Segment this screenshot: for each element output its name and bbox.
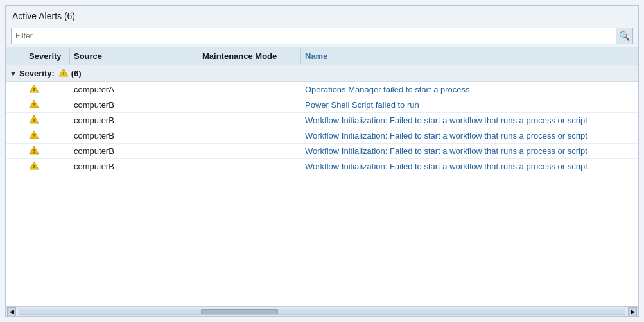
svg-text:!: ! [33,102,35,108]
warning-icon: ! [29,161,39,172]
cell-severity: ! [6,159,70,174]
table-body: ▼ Severity: ! (6) ! computerAOperations … [6,65,638,306]
search-bar-inner: 🔍 [11,28,633,44]
warning-icon: ! [29,146,39,157]
svg-text:!: ! [33,164,35,169]
cell-name[interactable]: Power Shell Script failed to run [301,98,638,112]
table-row[interactable]: ! computerBWorkflow Initialization: Fail… [6,159,638,174]
group-expand-arrow[interactable]: ▼ [10,70,17,78]
cell-maintenance [198,134,301,138]
warning-icon: ! [29,115,39,126]
horizontal-scrollbar[interactable]: ◀ ▶ [6,306,638,316]
scrollbar-track[interactable] [19,309,625,315]
warning-icon: ! [29,99,39,110]
table-row[interactable]: ! computerBWorkflow Initialization: Fail… [6,128,638,144]
col-header-severity[interactable]: Severity [6,49,70,64]
cell-name[interactable]: Workflow Initialization: Failed to start… [301,114,638,127]
cell-source: computerB [70,114,198,127]
cell-severity: ! [6,97,70,112]
cell-name[interactable]: Workflow Initialization: Failed to start… [301,160,638,173]
cell-name[interactable]: Workflow Initialization: Failed to start… [301,144,638,158]
data-rows-container: ! computerAOperations Manager failed to … [6,82,638,174]
search-icon[interactable]: 🔍 [616,28,632,44]
cell-source: computerB [70,160,198,173]
scrollbar-left-arrow[interactable]: ◀ [7,307,16,316]
cell-source: computerB [70,98,198,112]
svg-text:!: ! [33,148,35,154]
warning-icon: ! [29,84,39,95]
cell-name[interactable]: Operations Manager failed to start a pro… [301,83,638,96]
cell-source: computerA [70,83,198,96]
search-bar-container: 🔍 [6,25,638,47]
cell-severity: ! [6,82,70,97]
cell-maintenance [198,119,301,123]
cell-name[interactable]: Workflow Initialization: Failed to start… [301,129,638,142]
group-label: Severity: [19,69,55,78]
table-row[interactable]: ! computerBWorkflow Initialization: Fail… [6,113,638,128]
active-alerts-panel: Active Alerts (6) 🔍 Severity Source Main… [5,5,639,317]
table-row[interactable]: ! computerBWorkflow Initialization: Fail… [6,144,638,159]
cell-maintenance [198,149,301,153]
cell-severity: ! [6,144,70,158]
cell-maintenance [198,88,301,92]
table-header: Severity Source Maintenance Mode Name [6,47,638,65]
cell-source: computerB [70,144,198,158]
cell-severity: ! [6,128,70,143]
col-header-maintenance[interactable]: Maintenance Mode [198,49,301,64]
table-row[interactable]: ! computerBPower Shell Script failed to … [6,97,638,113]
cell-maintenance [198,103,301,107]
col-header-source[interactable]: Source [70,49,198,64]
col-header-name[interactable]: Name [301,49,638,64]
cell-source: computerB [70,129,198,142]
group-count: (6) [71,69,82,78]
alerts-table: Severity Source Maintenance Mode Name ▼ … [6,47,638,316]
warning-icon: ! [29,130,39,141]
panel-title: Active Alerts (6) [6,6,638,25]
group-warning-icon: ! [58,68,69,79]
svg-text:!: ! [62,71,64,76]
svg-text:!: ! [33,117,35,123]
svg-text:!: ! [33,133,35,139]
cell-severity: ! [6,113,70,128]
scrollbar-right-arrow[interactable]: ▶ [628,307,637,316]
table-row[interactable]: ! computerAOperations Manager failed to … [6,82,638,97]
group-row[interactable]: ▼ Severity: ! (6) [6,65,638,82]
cell-maintenance [198,165,301,169]
filter-input[interactable] [12,30,616,42]
scrollbar-thumb[interactable] [201,309,278,314]
svg-text:!: ! [33,87,35,92]
